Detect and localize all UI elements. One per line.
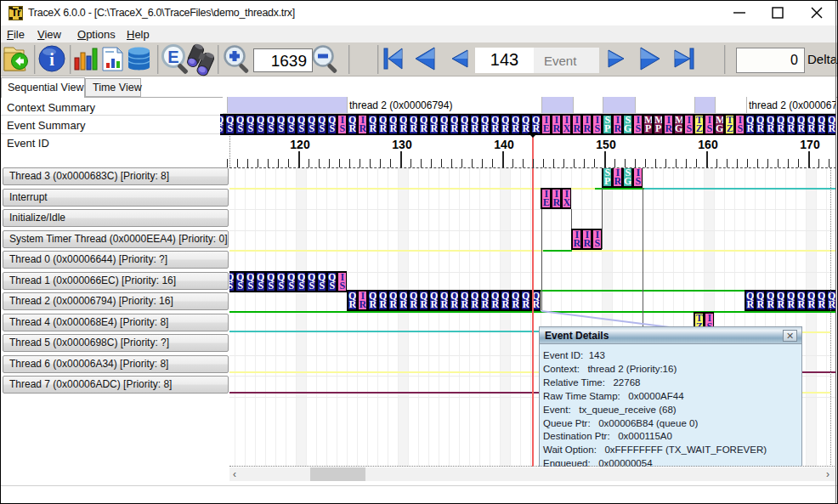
svg-text:i: i (49, 50, 54, 69)
svg-text:E: E (167, 48, 178, 66)
